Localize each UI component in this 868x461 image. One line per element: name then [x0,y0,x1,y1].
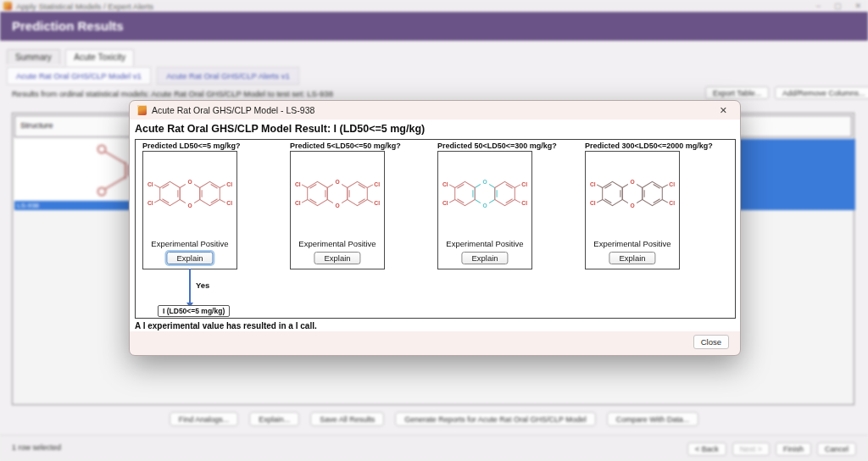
svg-text:Cl: Cl [521,200,527,206]
dialog-close-icon[interactable]: ✕ [717,104,730,117]
svg-text:O: O [187,203,192,208]
explain-button[interactable]: Explain... [249,412,299,426]
next-button[interactable]: Next > [732,442,770,456]
selected-row-label: LS-938 [14,201,130,210]
back-button[interactable]: < Back [687,442,726,456]
svg-text:O: O [335,179,339,185]
minimize-button[interactable]: – [816,2,821,10]
prediction-panel-3: Predicted 50<LD50<=300 mg/kg? ClClClClOO… [437,142,581,269]
svg-text:Cl: Cl [590,200,596,206]
subtab-ghs-clp-model[interactable]: Acute Rat Oral GHS/CLP Model v1 [7,67,151,85]
svg-text:O: O [482,203,487,208]
screen: Apply Statistical Models / Expert Alerts… [0,0,868,461]
panel-box: ClClClClOO Experimental Positive Explain [142,151,237,269]
panel-box: ClClClClOO Experimental Positive Explain [290,151,385,269]
yes-arrow-line [189,269,191,303]
svg-text:Cl: Cl [147,200,153,206]
svg-text:Cl: Cl [374,181,380,187]
molecule-structure: ClClClClOO [145,164,235,223]
svg-text:Cl: Cl [590,181,596,187]
prediction-panel-2: Predicted 5<LD50<=50 mg/kg? ClClClClOO E… [290,142,434,269]
add-remove-columns-button[interactable]: Add/Remove Columns... [775,86,868,99]
svg-text:O: O [630,179,634,185]
dialog-body: Acute Rat Oral GHS/CLP Model Result: I (… [130,119,740,331]
svg-text:O: O [482,179,487,185]
call-result-box: I (LD50<=5 mg/kg) [158,305,230,317]
dialog-heading: Acute Rat Oral GHS/CLP Model Result: I (… [135,123,425,135]
explain-button[interactable]: Explain [609,252,655,264]
subtab-strip: Acute Rat Oral GHS/CLP Model v1 Acute Ra… [7,67,302,85]
svg-text:Cl: Cl [226,181,232,187]
close-button[interactable]: Close [693,335,729,349]
window-title: Apply Statistical Models / Expert Alerts [16,2,153,11]
panel-box: ClClClClOO Experimental Positive Explain [585,151,680,269]
svg-text:Cl: Cl [521,181,527,187]
results-caption: Results from ordinal statistical models:… [12,89,333,98]
experimental-result-label: Experimental Positive [291,239,384,248]
explain-button[interactable]: Explain [314,252,360,264]
svg-text:Cl: Cl [374,200,380,206]
panel-question: Predicted 50<LD50<=300 mg/kg? [437,142,581,150]
app-icon [3,2,12,10]
dialog-icon [137,105,147,115]
maximize-button[interactable]: ▢ [834,2,842,10]
panel-box: ClClClClOO Experimental Positive Explain [437,151,532,269]
tab-summary[interactable]: Summary [7,49,60,64]
selection-status-text: 1 row selected [12,443,61,452]
svg-text:Cl: Cl [442,200,448,206]
molecule-structure: ClClClClOO [440,164,530,223]
dialog-titlebar: Acute Rat Oral GHS/CLP Model - LS-938 ✕ [130,101,740,119]
panel-question: Predicted 5<LD50<=50 mg/kg? [290,142,434,150]
dialog-title: Acute Rat Oral GHS/CLP Model - LS-938 [152,105,314,115]
arrow-label-yes: Yes [196,280,209,290]
compare-with-data-button[interactable]: Compare With Data... [607,412,699,426]
prediction-panel-4: Predicted 300<LD50<=2000 mg/kg? ClClClCl… [585,142,729,269]
svg-text:Cl: Cl [147,181,153,187]
svg-text:Cl: Cl [295,200,301,206]
svg-text:O: O [630,203,634,208]
molecule-structure: ClClClClOO [587,164,677,223]
page-header: Prediction Results [0,12,868,41]
window-close-button[interactable]: ✕ [854,2,861,10]
molecule-structure: ClClClClOO [292,164,382,223]
model-result-dialog: Acute Rat Oral GHS/CLP Model - LS-938 ✕ … [129,100,741,356]
decision-tree: Predicted LD50<=5 mg/kg? ClClClClOO Expe… [135,139,736,319]
finish-button[interactable]: Finish [776,442,811,456]
generate-reports-button[interactable]: Generate Reports for Acute Rat Oral GHS/… [395,412,595,426]
tab-strip: Summary Acute Toxicity [7,48,136,64]
panel-question: Predicted LD50<=5 mg/kg? [142,142,287,150]
export-table-button[interactable]: Export Table... [705,86,769,99]
explain-button[interactable]: Explain [166,252,213,264]
panel-question: Predicted 300<LD50<=2000 mg/kg? [585,142,729,150]
find-analogs-button[interactable]: Find Analogs... [170,412,239,426]
svg-text:O: O [335,203,339,208]
experimental-result-label: Experimental Positive [586,239,679,248]
prediction-panel-1: Predicted LD50<=5 mg/kg? ClClClClOO Expe… [142,142,287,269]
structure-fragment [95,142,132,201]
subtab-ghs-clp-alerts[interactable]: Acute Rat Oral GHS/CLP Alerts v1 [157,67,299,85]
explain-button[interactable]: Explain [461,252,508,264]
svg-text:O: O [187,179,192,185]
svg-text:Cl: Cl [295,181,301,187]
action-button-row: Find Analogs... Explain... Save All Resu… [0,412,868,426]
window-titlebar: Apply Statistical Models / Expert Alerts… [0,0,868,12]
cancel-button[interactable]: Cancel [817,442,856,456]
page-title: Prediction Results [12,19,124,33]
svg-text:Cl: Cl [669,200,675,206]
status-bar: 1 row selected < Back Next > Finish Canc… [0,435,868,461]
svg-text:Cl: Cl [226,200,232,206]
svg-text:Cl: Cl [669,181,675,187]
tab-acute-toxicity[interactable]: Acute Toxicity [65,49,134,66]
save-all-results-button[interactable]: Save All Results [310,412,384,426]
dialog-summary-text: A I experimental value has resulted in a… [135,321,317,330]
experimental-result-label: Experimental Positive [438,239,531,248]
experimental-result-label: Experimental Positive [143,239,236,248]
svg-text:Cl: Cl [442,181,448,187]
